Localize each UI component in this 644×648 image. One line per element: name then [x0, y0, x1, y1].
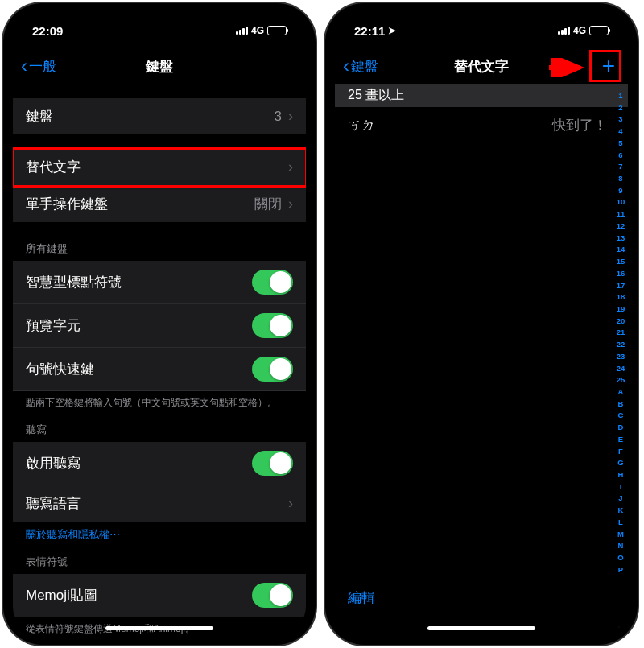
home-indicator[interactable] [427, 626, 535, 630]
index-letter[interactable]: 15 [617, 256, 625, 268]
nav-bar: ‹ 一般 鍵盤 [13, 48, 306, 84]
row-label: 替代文字 [26, 158, 80, 176]
row-char-preview[interactable]: 預覽字元 [13, 304, 306, 348]
chevron-left-icon: ‹ [21, 55, 27, 77]
index-letter[interactable]: 18 [617, 291, 625, 303]
page-title: 鍵盤 [146, 57, 173, 76]
index-letter[interactable]: 23 [617, 351, 625, 363]
index-letter[interactable]: 22 [617, 339, 625, 351]
row-label: 預覽字元 [26, 316, 80, 335]
page-title: 替代文字 [454, 57, 509, 76]
toggle-dictation[interactable] [252, 451, 293, 476]
index-letter[interactable]: 5 [618, 138, 622, 150]
index-letter[interactable]: P [618, 564, 623, 576]
index-letter[interactable]: 19 [617, 303, 625, 316]
index-bar[interactable]: 1234567891011121314151617181920212223242… [615, 90, 626, 595]
section-header-dictation: 聽寫 [13, 418, 306, 442]
index-letter[interactable]: 17 [617, 280, 625, 292]
index-letter[interactable]: 14 [617, 244, 625, 256]
toggle-period-shortcut[interactable] [252, 357, 293, 382]
index-letter[interactable]: 1 [618, 90, 622, 102]
row-label: 句號快速鍵 [26, 360, 94, 378]
index-letter[interactable]: 24 [617, 363, 625, 375]
index-letter[interactable]: 3 [618, 114, 622, 126]
row-one-handed[interactable]: 單手操作鍵盤 關閉 › [13, 186, 306, 222]
notch [95, 13, 224, 34]
status-time: 22:11 [354, 24, 385, 38]
row-enable-dictation[interactable]: 啟用聽寫 [13, 442, 306, 485]
index-letter[interactable]: K [618, 505, 624, 517]
dictation-privacy-link[interactable]: 關於聽寫和隱私權⋯ [13, 522, 306, 547]
section-header-all-keyboards: 所有鍵盤 [13, 237, 306, 261]
index-letter[interactable]: 13 [617, 233, 625, 245]
annotation-arrow-icon [547, 58, 586, 77]
section-footer: 點兩下空格鍵將輸入句號（中文句號或英文句點和空格）。 [13, 391, 306, 415]
index-letter[interactable]: 2 [618, 102, 622, 114]
settings-content[interactable]: 鍵盤 3 › 替代文字 › 單手操作鍵盤 關閉 › 所有鍵盤 [13, 84, 306, 635]
chevron-right-icon: › [288, 495, 293, 512]
index-letter[interactable]: O [617, 552, 623, 564]
edit-button[interactable]: 編輯 [348, 590, 375, 605]
row-label: Memoji貼圖 [26, 586, 97, 605]
row-memoji-stickers[interactable]: Memoji貼圖 [13, 574, 306, 617]
index-letter[interactable]: E [618, 434, 623, 446]
index-letter[interactable]: A [618, 386, 624, 398]
index-letter[interactable]: 10 [617, 196, 625, 208]
index-letter[interactable]: 20 [617, 316, 625, 328]
back-button[interactable]: ‹ 鍵盤 [343, 55, 378, 77]
index-letter[interactable]: H [618, 469, 624, 481]
chevron-left-icon: ‹ [343, 55, 349, 77]
home-indicator[interactable] [105, 626, 213, 630]
row-dictation-languages[interactable]: 聽寫語言 › [13, 485, 306, 522]
index-letter[interactable]: L [618, 517, 623, 529]
row-period-shortcut[interactable]: 句號快速鍵 [13, 348, 306, 391]
index-letter[interactable]: M [617, 529, 624, 541]
back-button[interactable]: ‹ 一般 [21, 55, 56, 77]
back-label: 一般 [29, 57, 56, 76]
signal-icon [558, 27, 570, 35]
index-letter[interactable]: B [618, 398, 624, 411]
text-replacement-list[interactable]: 25 畫以上 ㄎㄉ 快到了！ [335, 84, 628, 635]
index-letter[interactable]: N [618, 540, 624, 552]
battery-icon [267, 26, 287, 35]
index-letter[interactable]: 11 [617, 208, 625, 221]
screen-left: 22:09 4G ‹ 一般 鍵盤 鍵盤 3 › [13, 13, 306, 635]
row-smart-punctuation[interactable]: 智慧型標點符號 [13, 261, 306, 304]
index-letter[interactable]: 4 [618, 126, 622, 138]
toggle-memoji[interactable] [252, 583, 293, 608]
phone-right: 22:11 ➤ 4G ‹ 鍵盤 替代文字 + [325, 3, 638, 645]
row-label: 單手操作鍵盤 [26, 195, 108, 213]
index-letter[interactable]: 6 [618, 150, 622, 162]
index-letter[interactable]: F [618, 446, 623, 458]
text-replacement-row[interactable]: ㄎㄉ 快到了！ [335, 107, 628, 143]
annotation-highlight-add [589, 50, 621, 82]
status-time: 22:09 [32, 24, 63, 38]
toggle-smart-punctuation[interactable] [252, 270, 293, 295]
index-letter[interactable]: 8 [618, 173, 622, 185]
index-letter[interactable]: G [617, 457, 623, 469]
row-label: 啟用聽寫 [26, 454, 80, 473]
location-icon: ➤ [388, 25, 396, 36]
chevron-right-icon: › [288, 159, 293, 175]
index-letter[interactable]: 12 [617, 221, 625, 233]
index-letter[interactable]: 7 [618, 161, 622, 173]
row-text-replacement[interactable]: 替代文字 › [13, 149, 306, 186]
index-letter[interactable]: I [620, 481, 622, 493]
toggle-char-preview[interactable] [252, 313, 293, 338]
phrase-text: 快到了！ [552, 116, 607, 134]
notch [417, 13, 546, 34]
index-letter[interactable]: 16 [617, 268, 625, 280]
section-header-emoji: 表情符號 [13, 550, 306, 574]
index-letter[interactable]: 21 [617, 327, 625, 339]
index-letter[interactable]: 25 [617, 374, 625, 386]
index-letter[interactable]: D [618, 422, 624, 434]
network-label: 4G [251, 25, 264, 36]
row-label: 鍵盤 [26, 107, 53, 126]
row-keyboards[interactable]: 鍵盤 3 › [13, 98, 306, 134]
index-letter[interactable]: 9 [618, 185, 622, 197]
index-letter[interactable]: J [618, 493, 622, 505]
index-letter[interactable]: C [618, 410, 624, 422]
shortcut-text: ㄎㄉ [348, 116, 375, 134]
signal-icon [236, 27, 248, 35]
row-value: 3 [275, 109, 282, 125]
